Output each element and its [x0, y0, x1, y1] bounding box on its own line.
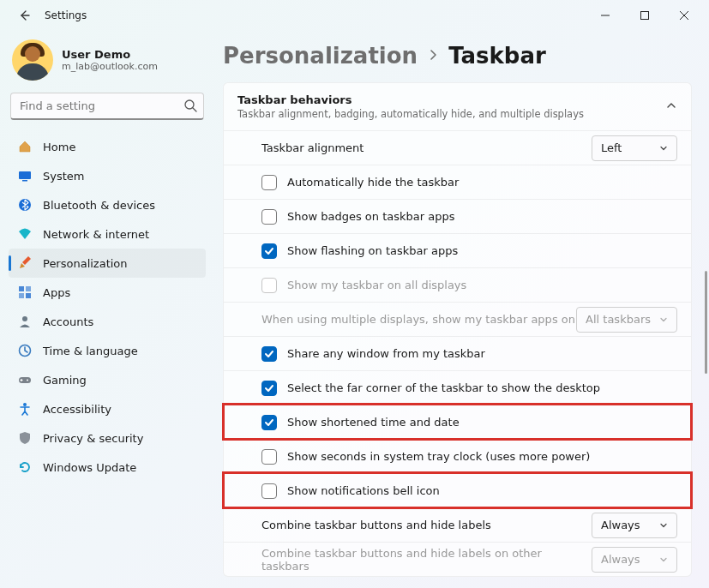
row-flashing[interactable]: Show flashing on taskbar apps	[224, 233, 691, 267]
profile-block[interactable]: User Demo m_lab@outlook.com	[9, 36, 206, 93]
checkbox-flashing[interactable]	[261, 243, 277, 259]
row-label: Show my taskbar on all displays	[287, 279, 466, 291]
nav-item-home[interactable]: Home	[9, 132, 206, 161]
accessibility-icon	[17, 401, 33, 417]
sidebar: User Demo m_lab@outlook.com Home System	[0, 31, 214, 588]
checkbox-far-corner[interactable]	[261, 381, 277, 396]
svg-rect-2	[19, 171, 31, 179]
row-short-time[interactable]: Show shortened time and date	[224, 405, 691, 439]
row-label: Combine taskbar buttons and hide labels …	[261, 547, 592, 573]
row-label: Show badges on taskbar apps	[287, 210, 454, 223]
maximize-button[interactable]	[625, 2, 664, 29]
minimize-icon	[601, 11, 610, 20]
row-label: Show flashing on taskbar apps	[287, 244, 458, 257]
row-label: Show notifications bell icon	[287, 484, 440, 497]
nav-item-system[interactable]: System	[9, 161, 206, 190]
breadcrumb: Personalization Taskbar	[223, 43, 692, 69]
titlebar: Settings	[0, 0, 709, 31]
nav-item-accounts[interactable]: Accounts	[9, 307, 206, 336]
dropdown-value: Always	[601, 519, 640, 531]
back-button[interactable]	[12, 3, 36, 27]
svg-point-12	[27, 380, 28, 381]
row-multi-where: When using multiple displays, show my ta…	[224, 302, 691, 336]
nav-item-gaming[interactable]: Gaming	[9, 365, 206, 394]
card-header[interactable]: Taskbar behaviors Taskbar alignment, bad…	[224, 83, 691, 130]
checkbox-badges[interactable]	[261, 209, 277, 225]
checkbox-autohide[interactable]	[261, 175, 277, 190]
nav-label: Home	[43, 141, 75, 153]
network-icon	[17, 226, 33, 242]
row-autohide[interactable]: Automatically hide the taskbar	[224, 165, 691, 199]
main-content: Personalization Taskbar Taskbar behavior…	[214, 31, 709, 588]
svg-point-1	[185, 100, 194, 109]
nav-item-update[interactable]: Windows Update	[9, 453, 206, 482]
nav-item-privacy[interactable]: Privacy & security	[9, 423, 206, 453]
svg-rect-7	[19, 293, 24, 298]
row-label: Share any window from my taskbar	[287, 347, 485, 360]
row-seconds[interactable]: Show seconds in system tray clock (uses …	[224, 439, 691, 473]
nav-label: Privacy & security	[43, 432, 143, 445]
nav-label: Windows Update	[43, 461, 136, 474]
minimize-button[interactable]	[586, 2, 625, 29]
search-field[interactable]	[10, 93, 204, 120]
avatar	[12, 39, 53, 81]
nav-item-time[interactable]: Time & language	[9, 336, 206, 365]
accounts-icon	[17, 314, 33, 329]
row-label: Combine taskbar buttons and hide labels	[261, 519, 491, 531]
checkbox-bell[interactable]	[261, 483, 277, 499]
checkbox-share[interactable]	[261, 346, 277, 362]
nav-label: System	[43, 170, 84, 183]
row-combine: Combine taskbar buttons and hide labels …	[224, 507, 691, 542]
chevron-down-icon	[659, 144, 668, 153]
nav-item-accessibility[interactable]: Accessibility	[9, 394, 206, 423]
nav-item-bluetooth[interactable]: Bluetooth & devices	[9, 190, 206, 219]
gaming-icon	[17, 372, 33, 387]
close-button[interactable]	[664, 2, 704, 29]
row-far-corner[interactable]: Select the far corner of the taskbar to …	[224, 370, 691, 405]
row-label: Show seconds in system tray clock (uses …	[287, 450, 590, 463]
card-title: Taskbar behaviors	[237, 93, 584, 106]
nav-list: Home System Bluetooth & devices Network …	[9, 132, 206, 482]
combine-dropdown[interactable]: Always	[592, 513, 677, 538]
combine-other-dropdown: Always	[592, 547, 677, 573]
chevron-down-icon	[659, 521, 668, 530]
row-alignment: Taskbar alignment Left	[224, 130, 691, 165]
nav-item-personalization[interactable]: Personalization	[9, 249, 206, 278]
svg-point-13	[23, 403, 27, 406]
breadcrumb-parent[interactable]: Personalization	[223, 43, 418, 69]
time-icon	[17, 343, 33, 358]
svg-rect-3	[22, 180, 27, 182]
window-title: Settings	[45, 9, 87, 21]
search-icon	[183, 99, 197, 115]
alignment-dropdown[interactable]: Left	[592, 135, 677, 161]
nav-item-apps[interactable]: Apps	[9, 278, 206, 307]
nav-label: Apps	[43, 286, 70, 299]
settings-window: Settings User Demo m_lab@outlook.com	[0, 0, 709, 588]
apps-icon	[17, 285, 33, 300]
nav-label: Accounts	[43, 315, 93, 328]
bluetooth-icon	[17, 197, 33, 213]
checkbox-seconds[interactable]	[261, 449, 277, 465]
row-label: Taskbar alignment	[261, 141, 364, 154]
row-bell[interactable]: Show notifications bell icon	[224, 473, 691, 507]
update-icon	[17, 459, 33, 475]
chevron-down-icon	[659, 555, 668, 564]
checkbox-short-time[interactable]	[261, 415, 277, 430]
nav-item-network[interactable]: Network & internet	[9, 219, 206, 249]
row-share[interactable]: Share any window from my taskbar	[224, 336, 691, 370]
dropdown-value: Always	[601, 553, 640, 566]
row-combine-other: Combine taskbar buttons and hide labels …	[224, 542, 691, 576]
svg-rect-6	[26, 286, 31, 291]
profile-name: User Demo	[62, 48, 158, 61]
row-badges[interactable]: Show badges on taskbar apps	[224, 199, 691, 233]
personalization-icon	[17, 255, 33, 271]
svg-rect-5	[19, 286, 24, 291]
nav-label: Accessibility	[43, 403, 111, 416]
search-input[interactable]	[10, 93, 204, 120]
arrow-left-icon	[17, 9, 31, 22]
nav-label: Network & internet	[43, 228, 149, 241]
scrollbar-thumb[interactable]	[705, 271, 707, 374]
breadcrumb-current: Taskbar	[448, 43, 546, 69]
nav-label: Time & language	[43, 345, 138, 357]
close-icon	[680, 11, 688, 20]
